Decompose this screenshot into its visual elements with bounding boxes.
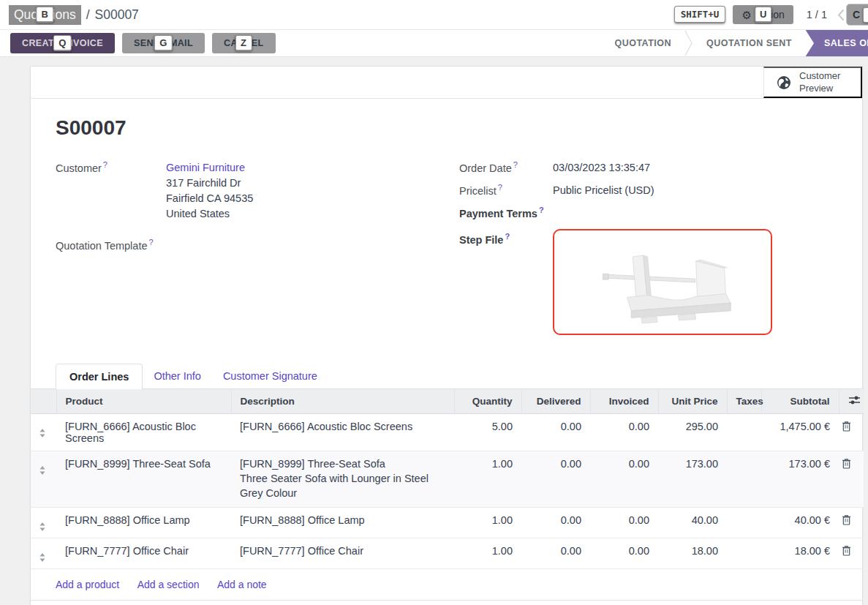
cell-invoiced[interactable]: 0.00: [590, 451, 658, 508]
cell-invoiced[interactable]: 0.00: [590, 414, 658, 451]
trash-icon: [842, 458, 851, 469]
cell-taxes[interactable]: [727, 538, 761, 569]
cell-description[interactable]: [FURN_8888] Office Lamp: [231, 508, 454, 538]
step-file-3d-preview: [554, 231, 771, 334]
tab-order-lines[interactable]: Order Lines: [56, 364, 143, 389]
cell-delivered[interactable]: 0.00: [521, 508, 590, 538]
step-file-label: Step File?: [459, 232, 553, 335]
order-date-label: Order Date?: [459, 160, 553, 176]
cell-quantity[interactable]: 1.00: [454, 508, 521, 538]
cell-quantity[interactable]: 1.00: [454, 451, 521, 508]
drag-handle-icon[interactable]: [31, 414, 56, 451]
cell-taxes[interactable]: [727, 414, 761, 451]
payment-terms-label: Payment Terms?: [459, 206, 553, 222]
column-header-quantity: Quantity: [454, 389, 521, 414]
customer-label: Customer?: [56, 160, 166, 222]
cell-unit-price[interactable]: 40.00: [658, 508, 727, 538]
delete-row-button[interactable]: [839, 508, 864, 538]
cancel-button[interactable]: CANCEL Z: [212, 33, 275, 53]
cell-invoiced[interactable]: 0.00: [590, 538, 658, 569]
field-quotation-template: Quotation Template?: [56, 238, 459, 254]
cell-description[interactable]: [FURN_6666] Acoustic Bloc Screens: [231, 414, 454, 451]
step-file-image-field[interactable]: [553, 229, 772, 335]
column-header-product: Product: [56, 389, 231, 414]
column-header-description: Description: [231, 389, 454, 414]
add-a-note-link[interactable]: Add a note: [217, 579, 267, 590]
order-date-value[interactable]: 03/03/2023 13:35:47: [553, 160, 650, 176]
delete-row-button[interactable]: [839, 451, 864, 508]
column-settings-icon[interactable]: [848, 395, 861, 405]
order-lines-table: Product Description Quantity Delivered I…: [31, 388, 864, 569]
cell-description[interactable]: [FURN_7777] Office Chair: [231, 538, 454, 569]
cell-quantity[interactable]: 1.00: [454, 538, 521, 569]
cell-unit-price[interactable]: 18.00: [658, 538, 727, 569]
drag-handle-icon[interactable]: [31, 508, 56, 538]
action-menu-button[interactable]: ⚙ Action U: [733, 5, 793, 24]
order-line-row: [FURN_8888] Office Lamp [FURN_8888] Offi…: [31, 508, 864, 538]
cell-invoiced[interactable]: 0.00: [590, 508, 658, 538]
form-sheet: Customer Preview S00007 Customer? Gemini…: [30, 66, 863, 605]
delete-row-button[interactable]: [839, 414, 864, 451]
corner-partial-label: C: [853, 9, 860, 20]
help-icon: ?: [498, 183, 502, 192]
help-icon: ?: [148, 238, 153, 247]
send-email-button[interactable]: SEND EMAIL G: [122, 33, 205, 53]
order-line-row: [FURN_6666] Acoustic Bloc Screens [FURN_…: [31, 414, 864, 451]
add-a-section-link[interactable]: Add a section: [137, 579, 200, 590]
cell-product[interactable]: [FURN_8999] Three-Seat Sofa: [56, 451, 231, 508]
customer-preview-label: Customer Preview: [799, 70, 846, 94]
tab-other-info[interactable]: Other Info: [143, 364, 211, 388]
help-icon: ?: [103, 160, 107, 169]
drag-handle-icon[interactable]: [31, 451, 56, 508]
notebook-tabs: Order Lines Other Info Customer Signatur…: [31, 364, 862, 388]
cell-taxes[interactable]: [727, 508, 761, 538]
breadcrumb-bar: Quotations B / S00007 SHIFT+U ⚙ Action U…: [0, 0, 868, 30]
customer-link[interactable]: Gemini Furniture: [166, 162, 245, 173]
tab-customer-signature[interactable]: Customer Signature: [212, 364, 328, 388]
drag-handle-icon[interactable]: [31, 538, 56, 569]
pricelist-label: Pricelist?: [459, 183, 553, 199]
cell-product[interactable]: [FURN_6666] Acoustic Bloc Screens: [56, 414, 231, 451]
cell-delivered[interactable]: 0.00: [521, 414, 590, 451]
breadcrumb-parent-quotations[interactable]: Quotations B: [9, 5, 81, 25]
hint-badge-b: B: [37, 7, 53, 23]
globe-icon: [776, 75, 792, 91]
create-invoice-button[interactable]: CREATE INVOICE Q: [10, 33, 115, 53]
help-icon: ?: [505, 232, 510, 241]
stage-separator-icon: [684, 30, 693, 56]
table-footer-links: Add a product Add a section Add a note: [31, 569, 862, 601]
cell-product[interactable]: [FURN_7777] Office Chair: [56, 538, 231, 569]
breadcrumb-current: S00007: [95, 7, 139, 23]
stage-quotation-sent[interactable]: QUOTATION SENT: [693, 30, 805, 56]
cell-product[interactable]: [FURN_8888] Office Lamp: [56, 508, 231, 538]
cell-unit-price[interactable]: 295.00: [658, 414, 727, 451]
stage-sales-order[interactable]: SALES ORDER: [805, 30, 868, 56]
stage-quotation[interactable]: QUOTATION: [601, 30, 684, 56]
customer-value[interactable]: Gemini Furniture 317 Fairchild Dr Fairfi…: [166, 160, 253, 222]
cell-delivered[interactable]: 0.00: [521, 538, 590, 569]
delete-row-button[interactable]: [839, 538, 864, 569]
quotation-template-label: Quotation Template?: [56, 238, 166, 254]
hint-badge-u: U: [755, 7, 771, 23]
breadcrumb-separator: /: [86, 7, 90, 23]
column-settings-header: [839, 389, 864, 414]
field-payment-terms: Payment Terms?: [459, 206, 833, 222]
customer-address-line: Fairfield CA 94535: [166, 191, 253, 206]
cell-delivered[interactable]: 0.00: [521, 451, 590, 508]
chevron-left-icon[interactable]: [837, 10, 844, 20]
cell-unit-price[interactable]: 173.00: [658, 451, 727, 508]
add-a-product-link[interactable]: Add a product: [56, 579, 119, 590]
trash-icon: [842, 545, 851, 556]
corner-partial-button[interactable]: C: [846, 4, 868, 26]
column-header-invoiced: Invoiced: [590, 389, 658, 414]
hint-badge-g: G: [154, 35, 173, 51]
pricelist-value[interactable]: Public Pricelist (USD): [553, 183, 654, 199]
field-pricelist: Pricelist? Public Pricelist (USD): [459, 183, 833, 199]
cell-description[interactable]: [FURN_8999] Three-Seat Sofa Three Seater…: [231, 451, 454, 508]
help-icon: ?: [513, 160, 518, 169]
cell-quantity[interactable]: 5.00: [454, 414, 521, 451]
hint-badge-shift-u: SHIFT+U: [674, 6, 726, 23]
control-panel-right: SHIFT+U ⚙ Action U 1 / 1: [674, 5, 861, 24]
cell-taxes[interactable]: [727, 451, 761, 508]
customer-preview-button[interactable]: Customer Preview: [763, 67, 862, 98]
